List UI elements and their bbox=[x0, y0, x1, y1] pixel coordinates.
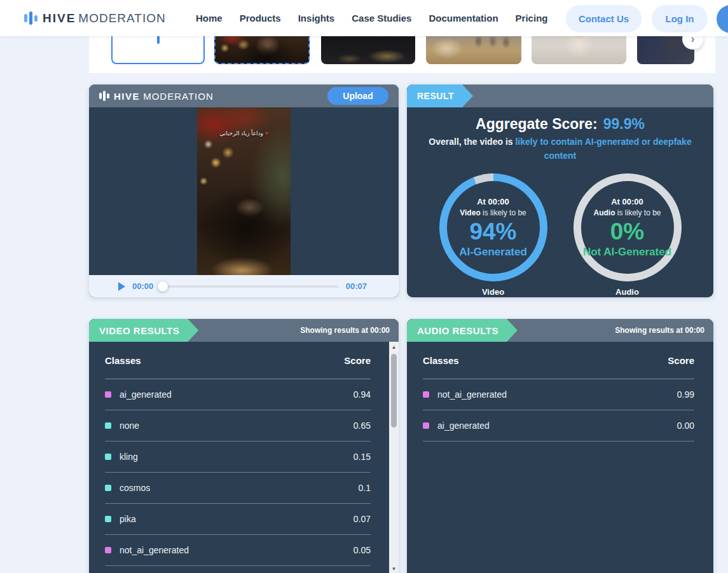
class-score: 0.65 bbox=[354, 421, 371, 431]
video-stage: وداعاً زياد الرحباني ♥ bbox=[89, 107, 399, 275]
table-row: not_ai_generated 0.99 bbox=[423, 379, 694, 410]
thumbnail-desert-painting[interactable] bbox=[426, 36, 521, 64]
nav-item-pricing[interactable]: Pricing bbox=[516, 13, 548, 24]
thumbnail-upload-placeholder[interactable] bbox=[111, 36, 205, 64]
hive-logo[interactable]: HIVEMODERATION bbox=[24, 0, 166, 36]
class-label: not_ai_generated bbox=[120, 545, 189, 555]
col-score: Score bbox=[344, 355, 371, 366]
class-color-swatch bbox=[105, 516, 111, 522]
class-label: ai_generated bbox=[120, 389, 172, 400]
results-scrollbar[interactable]: ▲ ▼ bbox=[389, 342, 399, 573]
audio-results-showing: Showing results at 00:00 bbox=[615, 326, 704, 335]
player-brand-hive: HIVE bbox=[114, 91, 140, 102]
player-brand-moderation: MODERATION bbox=[143, 91, 214, 102]
table-row: ai_generated 0.00 bbox=[423, 410, 694, 442]
class-label: ai_generated bbox=[437, 421, 490, 431]
video-results-badge: VIDEO RESULTS bbox=[89, 319, 198, 342]
audio-gauge-verdict: Not AI-Generated bbox=[583, 246, 671, 259]
audio-results-header: AUDIO RESULTS Showing results at 00:00 bbox=[407, 319, 713, 342]
class-score: 0.1 bbox=[359, 483, 371, 493]
class-color-swatch bbox=[423, 391, 429, 398]
aggregate-score-line: Aggregate Score:99.9% bbox=[407, 116, 713, 133]
video-gauge-inner: At 00:00 Video is likely to be 94% AI-Ge… bbox=[447, 181, 540, 274]
video-gauge-verdict: AI-Generated bbox=[459, 246, 527, 259]
video-results-header: VIDEO RESULTS Showing results at 00:00 bbox=[89, 319, 399, 342]
table-row: not_ai_generated 0.05 bbox=[105, 535, 371, 566]
brand-text: HIVEMODERATION bbox=[43, 11, 166, 25]
heart-icon: ♥ bbox=[264, 130, 268, 137]
scroll-down-icon[interactable]: ▼ bbox=[389, 564, 399, 573]
class-color-swatch bbox=[105, 547, 111, 553]
hive-waveform-icon bbox=[99, 91, 109, 101]
table-header: Classes Score bbox=[423, 342, 694, 379]
table-row: pika 0.07 bbox=[105, 504, 371, 535]
contact-us-button[interactable]: Contact Us bbox=[566, 5, 642, 32]
nav-item-insights[interactable]: Insights bbox=[298, 13, 335, 24]
brand-moderation: MODERATION bbox=[78, 11, 165, 25]
aggregate-label: Aggregate Score: bbox=[476, 116, 598, 132]
audio-gauge-ring: At 00:00 Audio is likely to be 0% Not AI… bbox=[573, 173, 682, 281]
audio-gauge-likely: Audio is likely to be bbox=[593, 208, 661, 217]
log-in-button[interactable]: Log In bbox=[652, 5, 708, 32]
sample-carousel: › bbox=[89, 36, 715, 73]
audio-gauge-time: At 00:00 bbox=[611, 197, 643, 206]
upload-arrow-icon bbox=[157, 36, 160, 44]
audio-results-panel: AUDIO RESULTS Showing results at 00:00 C… bbox=[407, 319, 713, 573]
video-frame[interactable]: وداعاً زياد الرحباني ♥ bbox=[197, 107, 291, 275]
class-color-swatch bbox=[423, 422, 429, 429]
player-header: HIVE MODERATION Upload bbox=[89, 84, 399, 107]
current-time: 00:00 bbox=[132, 281, 153, 291]
audio-gauge-caption: Audio bbox=[573, 287, 682, 297]
class-score: 0.99 bbox=[677, 389, 694, 400]
table-row: ai_generated 0.94 bbox=[105, 379, 371, 410]
class-label: not_ai_generated bbox=[437, 389, 507, 400]
video-results-showing: Showing results at 00:00 bbox=[300, 326, 390, 335]
video-gauge-ring: At 00:00 Video is likely to be 94% AI-Ge… bbox=[439, 173, 547, 281]
result-badge: RESULT bbox=[407, 84, 473, 107]
result-header: RESULT bbox=[407, 84, 713, 107]
class-label: pika bbox=[120, 514, 136, 524]
nav-item-products[interactable]: Products bbox=[240, 13, 281, 24]
chevron-right-icon: › bbox=[691, 36, 695, 46]
thumbnail-city-night[interactable] bbox=[321, 36, 415, 64]
nav-item-documentation[interactable]: Documentation bbox=[429, 13, 498, 24]
audio-results-badge: AUDIO RESULTS bbox=[407, 319, 518, 342]
class-score: 0.15 bbox=[354, 452, 371, 462]
brand-hive: HIVE bbox=[43, 11, 76, 25]
class-score: 0.00 bbox=[677, 421, 694, 431]
video-gauge-caption: Video bbox=[439, 287, 547, 297]
scroll-up-icon[interactable]: ▲ bbox=[389, 342, 399, 352]
seek-knob[interactable] bbox=[158, 281, 168, 292]
duration-time: 00:07 bbox=[346, 281, 367, 291]
table-row: none 0.65 bbox=[105, 410, 371, 442]
video-overlay-caption: وداعاً زياد الرحباني ♥ bbox=[197, 130, 291, 137]
player-hive-logo: HIVE MODERATION bbox=[99, 91, 214, 102]
play-icon[interactable] bbox=[118, 282, 125, 291]
aggregate-value: 99.9% bbox=[603, 116, 645, 132]
nav-item-home[interactable]: Home bbox=[196, 13, 223, 24]
gauges-row: At 00:00 Video is likely to be 94% AI-Ge… bbox=[407, 173, 713, 297]
table-header: Classes Score bbox=[105, 342, 371, 379]
audio-gauge-inner: At 00:00 Audio is likely to be 0% Not AI… bbox=[581, 181, 674, 274]
class-score: 0.05 bbox=[354, 545, 371, 555]
seek-bar[interactable] bbox=[163, 285, 338, 288]
nav-item-case-studies[interactable]: Case Studies bbox=[352, 13, 411, 24]
class-label: cosmos bbox=[120, 483, 150, 493]
video-results-table: Classes Score ai_generated 0.94 none 0.6… bbox=[89, 342, 399, 566]
thumbnail-selected-video[interactable] bbox=[214, 36, 310, 64]
thumbnail-cat-hoodie[interactable] bbox=[532, 36, 626, 64]
nav-links: Home Products Insights Case Studies Docu… bbox=[196, 0, 547, 36]
result-body: Aggregate Score:99.9% Overall, the video… bbox=[407, 107, 713, 297]
player-controls: 00:00 00:07 bbox=[89, 275, 399, 297]
chat-button[interactable] bbox=[717, 5, 728, 33]
class-color-swatch bbox=[105, 454, 111, 460]
col-classes: Classes bbox=[105, 355, 141, 366]
video-gauge-time: At 00:00 bbox=[477, 197, 509, 206]
col-classes: Classes bbox=[423, 355, 459, 366]
summary-highlight: likely to contain AI-generated or deepfa… bbox=[515, 137, 691, 161]
top-navbar: HIVEMODERATION Home Products Insights Ca… bbox=[0, 0, 728, 36]
audio-gauge: At 00:00 Audio is likely to be 0% Not AI… bbox=[573, 173, 682, 297]
scrollbar-thumb[interactable] bbox=[391, 354, 397, 428]
table-row: kling 0.15 bbox=[105, 442, 371, 473]
upload-button[interactable]: Upload bbox=[327, 87, 388, 105]
